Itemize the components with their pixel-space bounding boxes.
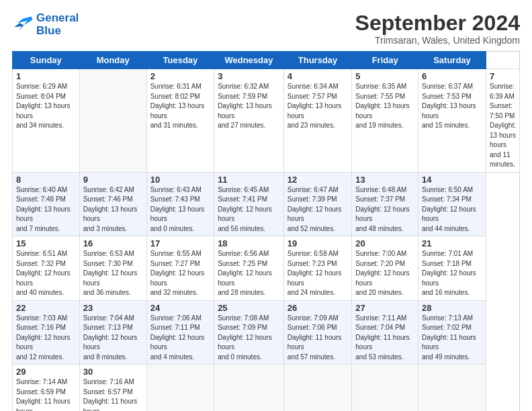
day-cell-2: 2Sunrise: 6:31 AMSunset: 8:02 PMDaylight… — [146, 69, 214, 173]
day-cell-19: 19Sunrise: 6:58 AMSunset: 7:23 PMDayligh… — [283, 236, 352, 301]
day-number: 11 — [218, 175, 280, 185]
day-cell-24: 24Sunrise: 7:06 AMSunset: 7:11 PMDayligh… — [146, 300, 214, 365]
day-info: Sunrise: 6:32 AMSunset: 7:59 PMDaylight:… — [218, 82, 280, 131]
day-cell-3: 3Sunrise: 6:32 AMSunset: 7:59 PMDaylight… — [214, 69, 284, 173]
day-info: Sunrise: 7:08 AMSunset: 7:09 PMDaylight:… — [218, 314, 280, 363]
day-number: 16 — [83, 238, 143, 248]
day-info: Sunrise: 6:53 AMSunset: 7:30 PMDaylight:… — [83, 249, 143, 298]
day-info: Sunrise: 7:00 AMSunset: 7:20 PMDaylight:… — [355, 249, 414, 298]
day-cell-27: 27Sunrise: 7:11 AMSunset: 7:04 PMDayligh… — [352, 300, 418, 365]
day-cell-9: 9Sunrise: 6:42 AMSunset: 7:46 PMDaylight… — [79, 172, 146, 236]
day-cell-20: 20Sunrise: 7:00 AMSunset: 7:20 PMDayligh… — [352, 236, 418, 301]
day-number: 17 — [150, 238, 210, 248]
day-cell-12: 12Sunrise: 6:47 AMSunset: 7:39 PMDayligh… — [283, 172, 352, 236]
day-cell-10: 10Sunrise: 6:43 AMSunset: 7:43 PMDayligh… — [146, 172, 214, 236]
day-info: Sunrise: 7:04 AMSunset: 7:13 PMDaylight:… — [83, 314, 143, 363]
day-number: 7 — [490, 71, 516, 81]
day-number: 23 — [83, 303, 143, 313]
day-cell-22: 22Sunrise: 7:03 AMSunset: 7:16 PMDayligh… — [13, 300, 80, 365]
day-number: 19 — [287, 238, 349, 248]
weekday-header-thursday: Thursday — [283, 52, 352, 69]
logo-text: General Blue — [36, 12, 79, 37]
day-number: 21 — [422, 238, 482, 248]
day-number: 13 — [355, 175, 414, 185]
day-info: Sunrise: 6:50 AMSunset: 7:34 PMDaylight:… — [422, 185, 482, 234]
day-info: Sunrise: 6:42 AMSunset: 7:46 PMDaylight:… — [83, 185, 143, 234]
empty-cell — [214, 365, 284, 412]
week-row-5: 29Sunrise: 7:14 AMSunset: 6:59 PMDayligh… — [13, 365, 520, 412]
day-cell-17: 17Sunrise: 6:55 AMSunset: 7:27 PMDayligh… — [146, 236, 214, 301]
day-cell-16: 16Sunrise: 6:53 AMSunset: 7:30 PMDayligh… — [79, 236, 146, 301]
day-number: 26 — [287, 303, 349, 313]
day-info: Sunrise: 6:40 AMSunset: 7:48 PMDaylight:… — [16, 185, 76, 234]
month-title: September 2024 — [355, 12, 520, 34]
day-number: 12 — [287, 175, 349, 185]
weekday-header-wednesday: Wednesday — [214, 52, 284, 69]
day-info: Sunrise: 7:06 AMSunset: 7:11 PMDaylight:… — [150, 314, 210, 363]
day-number: 28 — [422, 303, 482, 313]
day-number: 3 — [218, 71, 280, 81]
day-info: Sunrise: 6:34 AMSunset: 7:57 PMDaylight:… — [287, 82, 349, 131]
title-area: September 2024 Trimsaran, Wales, United … — [355, 12, 520, 46]
day-cell-14: 14Sunrise: 6:50 AMSunset: 7:34 PMDayligh… — [418, 172, 486, 236]
page: General Blue September 2024 Trimsaran, W… — [0, 0, 532, 411]
day-number: 2 — [150, 71, 210, 81]
day-cell-4: 4Sunrise: 6:34 AMSunset: 7:57 PMDaylight… — [283, 69, 352, 173]
week-row-2: 8Sunrise: 6:40 AMSunset: 7:48 PMDaylight… — [13, 172, 520, 236]
day-number: 30 — [83, 367, 143, 377]
location: Trimsaran, Wales, United Kingdom — [355, 35, 520, 46]
weekday-header-tuesday: Tuesday — [146, 52, 214, 69]
day-info: Sunrise: 7:03 AMSunset: 7:16 PMDaylight:… — [16, 314, 76, 363]
day-cell-23: 23Sunrise: 7:04 AMSunset: 7:13 PMDayligh… — [79, 300, 146, 365]
empty-cell — [352, 365, 418, 412]
day-info: Sunrise: 7:16 AMSunset: 6:57 PMDaylight:… — [83, 377, 143, 411]
day-info: Sunrise: 7:09 AMSunset: 7:06 PMDaylight:… — [287, 314, 349, 363]
day-info: Sunrise: 6:55 AMSunset: 7:27 PMDaylight:… — [150, 249, 210, 298]
day-info: Sunrise: 6:43 AMSunset: 7:43 PMDaylight:… — [150, 185, 210, 234]
day-info: Sunrise: 6:31 AMSunset: 8:02 PMDaylight:… — [150, 82, 210, 131]
day-info: Sunrise: 6:51 AMSunset: 7:32 PMDaylight:… — [16, 249, 76, 298]
day-number: 8 — [16, 175, 76, 185]
week-row-1: 1Sunrise: 6:29 AMSunset: 8:04 PMDaylight… — [13, 69, 520, 173]
weekday-header-sunday: Sunday — [13, 52, 80, 69]
day-info: Sunrise: 7:11 AMSunset: 7:04 PMDaylight:… — [355, 314, 414, 363]
day-number: 5 — [355, 71, 414, 81]
day-cell-6: 6Sunrise: 6:37 AMSunset: 7:53 PMDaylight… — [418, 69, 486, 173]
calendar-table: SundayMondayTuesdayWednesdayThursdayFrid… — [12, 51, 520, 411]
day-info: Sunrise: 6:29 AMSunset: 8:04 PMDaylight:… — [16, 82, 76, 131]
day-info: Sunrise: 6:47 AMSunset: 7:39 PMDaylight:… — [287, 185, 349, 234]
day-cell-21: 21Sunrise: 7:01 AMSunset: 7:18 PMDayligh… — [418, 236, 486, 301]
day-number: 20 — [355, 238, 414, 248]
weekday-header-friday: Friday — [352, 52, 418, 69]
day-cell-13: 13Sunrise: 6:48 AMSunset: 7:37 PMDayligh… — [352, 172, 418, 236]
day-info: Sunrise: 6:39 AMSunset: 7:50 PMDaylight:… — [490, 82, 516, 170]
day-cell-18: 18Sunrise: 6:56 AMSunset: 7:25 PMDayligh… — [214, 236, 284, 301]
week-row-4: 22Sunrise: 7:03 AMSunset: 7:16 PMDayligh… — [13, 300, 520, 365]
weekday-header-monday: Monday — [79, 52, 146, 69]
day-cell-25: 25Sunrise: 7:08 AMSunset: 7:09 PMDayligh… — [214, 300, 284, 365]
day-number: 4 — [287, 71, 349, 81]
empty-cell — [283, 365, 352, 412]
header: General Blue September 2024 Trimsaran, W… — [12, 12, 520, 46]
day-number: 10 — [150, 175, 210, 185]
empty-cell — [418, 365, 486, 412]
day-number: 24 — [150, 303, 210, 313]
day-number: 18 — [218, 238, 280, 248]
day-info: Sunrise: 6:35 AMSunset: 7:55 PMDaylight:… — [355, 82, 414, 131]
day-cell-7: 7Sunrise: 6:39 AMSunset: 7:50 PMDaylight… — [486, 69, 520, 173]
day-number: 15 — [16, 238, 76, 248]
day-number: 14 — [422, 175, 482, 185]
day-info: Sunrise: 6:58 AMSunset: 7:23 PMDaylight:… — [287, 249, 349, 298]
day-cell-26: 26Sunrise: 7:09 AMSunset: 7:06 PMDayligh… — [283, 300, 352, 365]
empty-cell — [79, 69, 146, 173]
weekday-header-row: SundayMondayTuesdayWednesdayThursdayFrid… — [13, 52, 520, 69]
logo-icon — [12, 15, 34, 34]
day-cell-11: 11Sunrise: 6:45 AMSunset: 7:41 PMDayligh… — [214, 172, 284, 236]
day-number: 1 — [16, 71, 76, 81]
day-info: Sunrise: 6:56 AMSunset: 7:25 PMDaylight:… — [218, 249, 280, 298]
day-info: Sunrise: 6:48 AMSunset: 7:37 PMDaylight:… — [355, 185, 414, 234]
day-number: 25 — [218, 303, 280, 313]
day-cell-30: 30Sunrise: 7:16 AMSunset: 6:57 PMDayligh… — [79, 365, 146, 412]
day-cell-8: 8Sunrise: 6:40 AMSunset: 7:48 PMDaylight… — [13, 172, 80, 236]
day-cell-28: 28Sunrise: 7:13 AMSunset: 7:02 PMDayligh… — [418, 300, 486, 365]
